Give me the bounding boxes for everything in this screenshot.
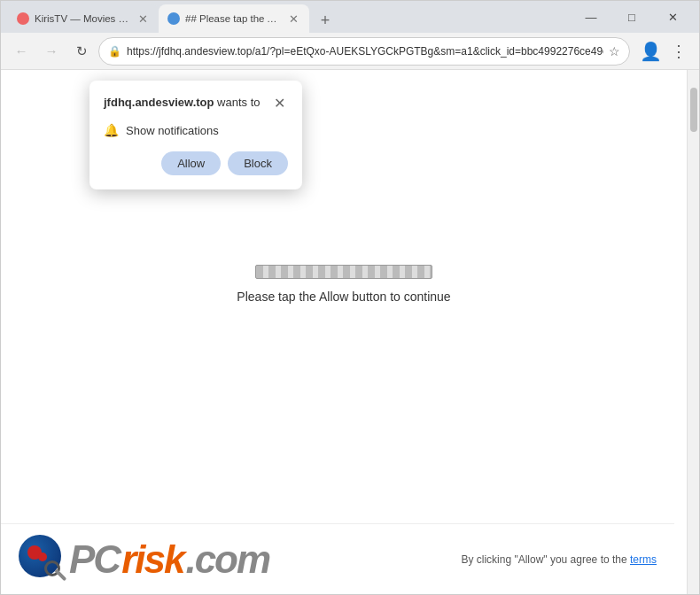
tab-1[interactable]: KirisTV — Movies and Series D... ✕ — [8, 4, 159, 33]
footer-terms-link[interactable]: terms — [630, 553, 657, 566]
popup-buttons: Allow Block — [104, 151, 288, 175]
tab2-close-icon[interactable]: ✕ — [286, 12, 300, 26]
popup-close-button[interactable]: ✕ — [270, 95, 288, 112]
forward-button[interactable]: → — [38, 38, 65, 65]
popup-title: jfdhq.andesview.top wants to — [104, 95, 270, 111]
globe-red-dot2 — [38, 552, 47, 561]
pcrisk-logo: PCrisk.com — [19, 535, 269, 583]
tab1-title: KirisTV — Movies and Series D... — [35, 13, 130, 24]
window-controls: — □ ✕ — [572, 4, 692, 29]
footer-text: By clicking "Allow" you agree to the ter… — [461, 553, 657, 566]
lock-icon: 🔒 — [108, 45, 121, 58]
profile-icon[interactable]: 👤 — [637, 38, 664, 65]
footer-prefix: By clicking "Allow" you agree to the — [461, 553, 630, 566]
popup-domain: jfdhq.andesview.top — [104, 96, 214, 109]
address-bar[interactable]: 🔒 ☆ — [98, 37, 630, 66]
maximize-button[interactable]: □ — [612, 4, 651, 29]
back-button[interactable]: ← — [8, 38, 35, 65]
page-content: jfdhq.andesview.top wants to ✕ 🔔 Show no… — [1, 70, 687, 594]
popup-notification-row: 🔔 Show notifications — [104, 123, 288, 137]
popup-header: jfdhq.andesview.top wants to ✕ — [104, 95, 288, 112]
tab2-title: ## Please tap the Allow button... — [185, 13, 281, 24]
reload-button[interactable]: ↻ — [68, 38, 95, 65]
logo-globe-icon — [19, 535, 67, 583]
tab1-close-icon[interactable]: ✕ — [136, 12, 150, 26]
page-instruction: Please tap the Allow button to continue — [237, 290, 450, 304]
popup-notification-text: Show notifications — [126, 124, 219, 137]
logo-dotcom-text: .com — [185, 540, 269, 579]
bell-icon: 🔔 — [104, 123, 119, 137]
address-input[interactable] — [127, 45, 603, 58]
page-footer: PCrisk.com By clicking "Allow" you agree… — [1, 523, 674, 594]
toolbar: ← → ↻ 🔒 ☆ 👤 ⋮ — [1, 33, 699, 70]
scrollbar[interactable] — [687, 70, 699, 594]
scrollbar-thumb[interactable] — [690, 88, 697, 132]
permission-popup: jfdhq.andesview.top wants to ✕ 🔔 Show no… — [89, 81, 302, 189]
allow-button[interactable]: Allow — [161, 151, 221, 175]
toolbar-right: 👤 ⋮ — [637, 38, 692, 65]
popup-title-suffix: wants to — [214, 96, 260, 109]
loading-bar — [255, 265, 432, 279]
loading-bar-container — [255, 265, 432, 279]
logo-risk-text: risk — [121, 540, 183, 579]
viewport: jfdhq.andesview.top wants to ✕ 🔔 Show no… — [1, 70, 699, 594]
browser-frame: KirisTV — Movies and Series D... ✕ ## Pl… — [0, 0, 700, 595]
bookmark-icon[interactable]: ☆ — [609, 44, 620, 58]
logo-pc-text: PC — [69, 540, 120, 579]
new-tab-button[interactable]: + — [313, 8, 338, 33]
tab1-favicon — [17, 12, 29, 25]
block-button[interactable]: Block — [228, 151, 288, 175]
close-button[interactable]: ✕ — [653, 4, 692, 29]
menu-icon[interactable]: ⋮ — [665, 38, 692, 65]
tab2-favicon — [167, 12, 180, 25]
title-bar: KirisTV — Movies and Series D... ✕ ## Pl… — [1, 1, 699, 33]
tab-2[interactable]: ## Please tap the Allow button... ✕ — [159, 4, 309, 33]
minimize-button[interactable]: — — [572, 4, 611, 29]
